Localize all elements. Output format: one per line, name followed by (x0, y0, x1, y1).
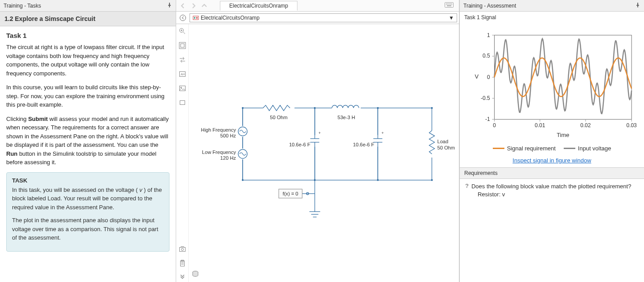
breadcrumb-bar: ElectricalCircuitsOnramp ▼ (176, 12, 459, 24)
svg-rect-5 (451, 4, 452, 4)
rect-icon[interactable] (178, 98, 187, 107)
lf-source-value: 120 Hz (220, 155, 236, 161)
svg-text:-1: -1 (485, 116, 490, 122)
camera-icon[interactable] (178, 245, 187, 253)
signal-requirement-trace (494, 58, 632, 96)
text-annotate-icon[interactable]: A≡ (178, 70, 187, 79)
task-heading: Task 1 (6, 32, 169, 39)
svg-rect-23 (180, 101, 185, 105)
task-box-p1: In this task, you will be assessed on th… (12, 186, 164, 212)
svg-text:0.01: 0.01 (535, 122, 545, 129)
task-signal-label: Task 1 Signal (460, 12, 644, 21)
svg-text:0: 0 (487, 74, 490, 80)
tasks-panel: Training - Tasks 1.2 Explore a Simscape … (0, 0, 176, 282)
svg-rect-3 (449, 4, 450, 4)
lf-source-label: Low Frequency (202, 149, 236, 155)
load-value: 50 Ohm (438, 145, 455, 150)
svg-rect-4 (450, 4, 451, 4)
nav-back-icon[interactable] (179, 2, 187, 10)
svg-text:Time: Time (557, 132, 569, 138)
svg-text:+: + (318, 131, 321, 135)
svg-rect-6 (447, 5, 451, 6)
load-label: Load (438, 139, 449, 144)
assessment-titlebar: Training - Assessment (460, 0, 644, 12)
svg-text:0.02: 0.02 (580, 122, 591, 129)
x-axis: 0 0.01 0.02 0.03 (493, 119, 637, 129)
svg-text:0: 0 (493, 122, 496, 129)
svg-rect-15 (179, 42, 186, 49)
assessment-panel: Training - Assessment Task 1 Signal 1 0.… (459, 0, 644, 282)
svg-text:0.5: 0.5 (483, 53, 490, 59)
model-panel: ElectricalCircuitsOnramp ElectricalCircu… (176, 0, 459, 282)
y-axis: 1 0.5 0 -0.5 -1 (481, 32, 494, 123)
svg-rect-1 (446, 4, 447, 4)
svg-point-37 (431, 107, 433, 109)
zoom-icon[interactable] (178, 27, 187, 36)
task-scroll[interactable]: Task 1 The circuit at right is a type of… (0, 26, 176, 282)
doc-tab[interactable]: ElectricalCircuitsOnramp (220, 1, 297, 11)
svg-text:1: 1 (487, 32, 490, 38)
assessment-title: Training - Assessment (463, 3, 516, 9)
capacitor1-label: 10.6e-6 F (289, 142, 310, 147)
pin-icon[interactable] (635, 2, 640, 9)
svg-rect-9 (194, 17, 195, 19)
legend-gray: Input voltage (564, 145, 611, 152)
svg-point-41 (431, 179, 433, 181)
circuit-canvas[interactable]: 50 Ohm 53e-3 H + 10.6e-6 F (189, 24, 459, 282)
requirements-header: Requirements (460, 167, 644, 179)
svg-rect-21 (179, 86, 185, 91)
disk-icon[interactable] (191, 270, 199, 279)
breadcrumb-dropdown[interactable]: ElectricalCircuitsOnramp ▼ (190, 13, 457, 22)
task-box: TASK In this task, you will be assessed … (6, 172, 169, 252)
pin-icon[interactable] (167, 2, 172, 9)
nav-up-icon[interactable] (200, 2, 208, 10)
signal-plot: 1 0.5 0 -0.5 -1 0 0.01 0.02 0.03 V Time (463, 26, 640, 142)
svg-text:+: + (381, 131, 384, 135)
requirement-item: ? Does the following block value match t… (460, 179, 644, 202)
svg-rect-8 (193, 16, 198, 20)
tasks-title: Training - Tasks (4, 3, 41, 9)
svg-rect-70 (494, 35, 632, 120)
hf-source-label: High Frequency (201, 127, 236, 133)
expand-icon[interactable] (178, 273, 187, 282)
nav-forward-icon[interactable] (190, 2, 198, 10)
svg-rect-16 (181, 44, 184, 47)
legend-orange: Signal requirement (493, 145, 556, 152)
svg-rect-25 (181, 247, 184, 248)
chevron-down-icon: ▼ (449, 15, 454, 21)
paste-icon[interactable] (178, 259, 187, 268)
svg-rect-24 (179, 248, 185, 252)
canvas-toolbar: A≡ (176, 24, 189, 282)
keyboard-icon[interactable] (445, 2, 456, 9)
doc-nav: ElectricalCircuitsOnramp (176, 0, 459, 12)
svg-point-7 (180, 15, 186, 21)
task-box-title: TASK (12, 177, 164, 184)
solver-label: f(x) = 0 (283, 191, 298, 196)
question-icon: ? (465, 182, 469, 199)
model-icon (193, 15, 199, 21)
svg-rect-10 (196, 17, 198, 19)
circuit-svg: 50 Ohm 53e-3 H + 10.6e-6 F (189, 24, 459, 282)
arrow-right-icon[interactable] (178, 55, 187, 64)
plot-legend: Signal requirement Input voltage (463, 143, 640, 153)
svg-point-22 (180, 87, 182, 88)
task-para-2: In this course, you will learn to build … (6, 83, 169, 109)
inspect-link[interactable]: Inspect signal in figure window (463, 153, 640, 167)
capacitor2-label: 10.6e-6 F (353, 142, 375, 147)
tasks-titlebar: Training - Tasks (0, 0, 176, 12)
svg-rect-0 (445, 3, 454, 8)
collapse-left-icon[interactable] (178, 13, 188, 23)
section-header: 1.2 Explore a Simscape Circuit (0, 12, 176, 26)
inductor-label: 53e-3 H (338, 115, 355, 120)
svg-point-26 (181, 249, 183, 251)
task-para-1: The circuit at right is a type of lowpas… (6, 43, 169, 78)
resistor-label: 50 Ohm (270, 115, 288, 120)
fit-icon[interactable] (178, 41, 187, 50)
plot-area: 1 0.5 0 -0.5 -1 0 0.01 0.02 0.03 V Time … (460, 21, 644, 167)
hf-source-value: 500 Hz (220, 133, 236, 138)
task-para-3: Clicking Submit will assess your model a… (6, 115, 169, 167)
canvas-area: A≡ 50 Ohm (176, 24, 459, 282)
svg-text:A≡: A≡ (181, 72, 185, 76)
svg-rect-2 (447, 4, 448, 4)
image-icon[interactable] (178, 84, 187, 93)
